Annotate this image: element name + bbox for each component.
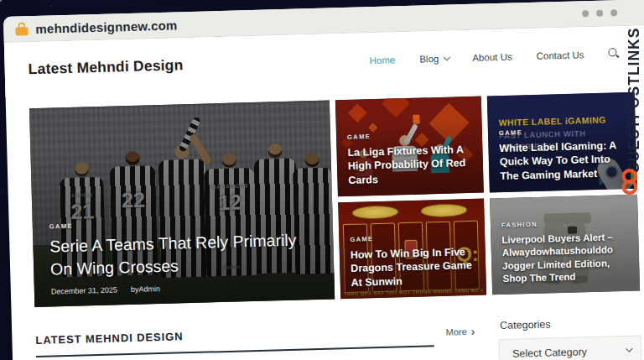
- search-icon[interactable]: [608, 48, 620, 60]
- more-link[interactable]: More ›: [445, 326, 475, 341]
- address-bar-url[interactable]: mehndidesignnew.com: [35, 18, 178, 36]
- nav-item-home[interactable]: Home: [369, 55, 395, 65]
- category-badge[interactable]: FASHION: [501, 218, 627, 229]
- post-title[interactable]: White Label IGaming: A Quick Way To Get …: [499, 138, 626, 184]
- lock-icon: [15, 22, 28, 35]
- lower-content-row: LATEST MEHNDI DESIGN More › Categories S…: [12, 316, 644, 360]
- nav-label-blog: Blog: [419, 53, 439, 64]
- nav-item-blog[interactable]: Blog: [419, 53, 448, 64]
- nav-label-contact: Contact Us: [536, 50, 584, 61]
- chevron-right-icon: ›: [471, 327, 475, 336]
- featured-post-card[interactable]: FAGIOLI 21 22: [29, 101, 335, 308]
- post-title[interactable]: La Liga Fixtures With A High Probability…: [347, 142, 472, 186]
- guestpostlinks-watermark: GUESTPOSTLINKS: [626, 23, 643, 174]
- main-nav: Home Blog About Us Contact Us: [369, 48, 620, 66]
- category-badge[interactable]: GAME: [499, 126, 625, 137]
- chevron-down-icon: [626, 345, 632, 352]
- category-badge[interactable]: GAME: [49, 216, 316, 231]
- nav-item-about[interactable]: About Us: [472, 51, 512, 62]
- more-label: More: [445, 326, 466, 337]
- post-title[interactable]: Serie A Teams That Rely Primarily On Win…: [49, 228, 317, 279]
- category-badge[interactable]: GAME: [347, 129, 471, 140]
- post-card-jogger[interactable]: FASHION Liverpool Buyers Alert – Alwaydo…: [490, 195, 640, 295]
- starfield-background: [0, 0, 2, 2]
- post-date: December 31, 2025: [51, 285, 117, 295]
- sidebar: Categories Select Category: [498, 316, 642, 360]
- site-title[interactable]: Latest Mehndi Design: [28, 56, 183, 78]
- post-card-dragons[interactable]: Q: TANG QUA BAT THU MOT TRONG NHUNG TANG…: [338, 199, 486, 300]
- chain-link-icon: [621, 169, 639, 199]
- post-author[interactable]: byAdmin: [131, 284, 160, 294]
- nav-item-contact[interactable]: Contact Us: [536, 50, 584, 61]
- chevron-down-icon: [443, 54, 449, 60]
- post-title[interactable]: Liverpool Buyers Alert – Alwaydowhatusho…: [501, 231, 629, 285]
- secondary-posts-grid: GAME La Liga Fixtures With A High Probab…: [335, 92, 640, 300]
- category-badge[interactable]: GAME: [350, 232, 474, 243]
- category-select[interactable]: Select Category: [499, 336, 642, 360]
- post-title[interactable]: How To Win Big In Five Dragons Treasure …: [351, 244, 475, 289]
- post-card-laliga[interactable]: GAME La Liga Fixtures With A High Probab…: [335, 97, 484, 197]
- browser-window: mehndidesignnew.com Latest Mehndi Design…: [3, 0, 644, 360]
- latest-section: LATEST MEHNDI DESIGN More ›: [35, 321, 475, 357]
- post-card-igaming[interactable]: WHITE LABEL iGAMING FAST LAUNCH WITH LOW…: [487, 92, 637, 193]
- nav-label-home: Home: [369, 55, 395, 65]
- categories-heading: Categories: [500, 316, 641, 332]
- window-controls[interactable]: [582, 9, 617, 17]
- featured-posts-grid: FAGIOLI 21 22: [6, 80, 644, 308]
- nav-label-about: About Us: [472, 51, 512, 62]
- post-meta: December 31, 2025 byAdmin: [51, 280, 318, 296]
- category-select-value: Select Category: [512, 346, 587, 359]
- section-heading: LATEST MEHNDI DESIGN: [35, 330, 183, 347]
